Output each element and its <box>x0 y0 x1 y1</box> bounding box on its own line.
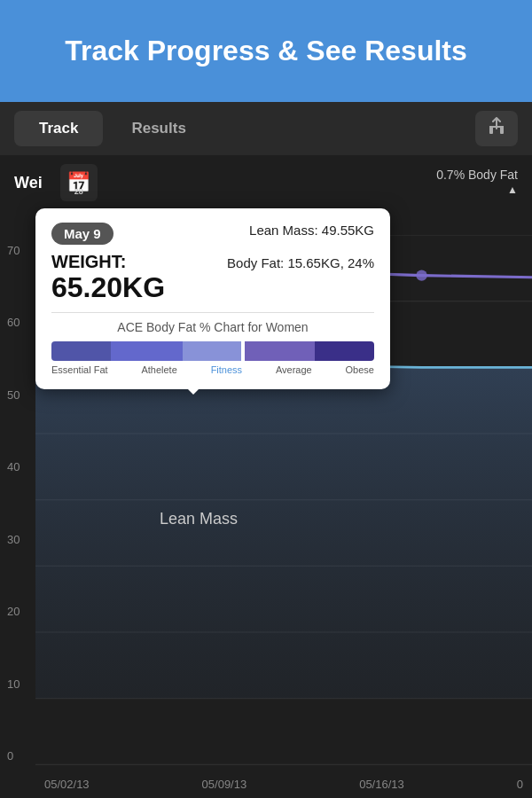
bf-seg-obese <box>315 341 374 361</box>
body-fat-label: 0.7% Body Fat ▲ <box>436 168 518 196</box>
calendar-button[interactable]: 📅 28 <box>60 164 98 201</box>
tab-bar: Track Results <box>0 102 532 155</box>
bf-label-average: Average <box>276 364 312 375</box>
tooltip-date: May 9 <box>51 223 113 245</box>
y-label-50: 50 <box>7 388 20 402</box>
bf-marker <box>241 341 245 361</box>
header: Track Progress & See Results <box>0 0 532 102</box>
chart-area: Wei 📅 28 0.7% Body Fat ▲ 70 60 50 40 30 … <box>0 155 532 798</box>
tooltip-popup: May 9 Lean Mass: 49.55KG WEIGHT: 65.20KG… <box>35 208 390 389</box>
tooltip-weight-row: WEIGHT: 65.20KG Body Fat: 15.65KG, 24% <box>51 252 374 303</box>
tab-track[interactable]: Track <box>14 111 103 146</box>
bf-label-essential: Essential Fat <box>51 364 108 375</box>
tooltip-weight-value: 65.20KG <box>51 272 165 303</box>
tooltip-weight-block: WEIGHT: 65.20KG <box>51 252 165 303</box>
bf-label-fitness: Fitness <box>211 364 242 375</box>
tooltip-bodyfat: Body Fat: 15.65KG, 24% <box>227 255 374 270</box>
bf-seg-essential <box>51 341 111 361</box>
tab-results[interactable]: Results <box>106 111 210 146</box>
svg-marker-12 <box>35 361 532 699</box>
share-icon <box>487 117 506 141</box>
header-title: Track Progress & See Results <box>65 35 467 67</box>
svg-point-16 <box>416 270 426 280</box>
bf-bar <box>51 341 374 361</box>
y-label-70: 70 <box>7 244 20 257</box>
bf-labels: Essential Fat Athelete Fitness Average O… <box>51 364 374 375</box>
bf-seg-athelete <box>111 341 183 361</box>
y-label-40: 40 <box>7 460 20 473</box>
x-label-0516: 05/16/13 <box>359 778 404 791</box>
y-axis: 70 60 50 40 30 20 10 0 <box>7 244 20 763</box>
bf-seg-fitness <box>183 341 242 361</box>
bf-seg-average <box>243 341 315 361</box>
x-label-0509: 05/09/13 <box>202 778 247 791</box>
y-label-60: 60 <box>7 316 20 329</box>
share-button[interactable] <box>475 111 518 146</box>
y-label-20: 20 <box>7 605 20 618</box>
lean-mass-chart-label: Lean Mass <box>160 510 238 528</box>
y-label-0: 0 <box>7 749 20 763</box>
y-label-30: 30 <box>7 533 20 546</box>
tooltip-divider <box>51 312 374 313</box>
x-axis: 05/02/13 05/09/13 05/16/13 0 <box>35 778 532 791</box>
weight-label: Wei <box>14 174 43 192</box>
bf-bar-wrap <box>51 341 374 361</box>
tooltip-lean-mass: Lean Mass: 49.55KG <box>249 223 374 238</box>
x-label-0502: 05/02/13 <box>44 778 90 791</box>
y-label-10: 10 <box>7 677 20 691</box>
tooltip-header: May 9 Lean Mass: 49.55KG <box>51 223 374 245</box>
tooltip-weight-title: WEIGHT: <box>51 252 165 272</box>
calendar-date: 28 <box>74 187 83 196</box>
arrow-up-icon: ▲ <box>436 184 518 196</box>
x-label-next: 0 <box>517 778 523 791</box>
tooltip-chart-title: ACE Body Fat % Chart for Women <box>51 320 374 334</box>
bf-label-obese: Obese <box>346 364 374 375</box>
bf-label-athelete: Athelete <box>141 364 176 375</box>
